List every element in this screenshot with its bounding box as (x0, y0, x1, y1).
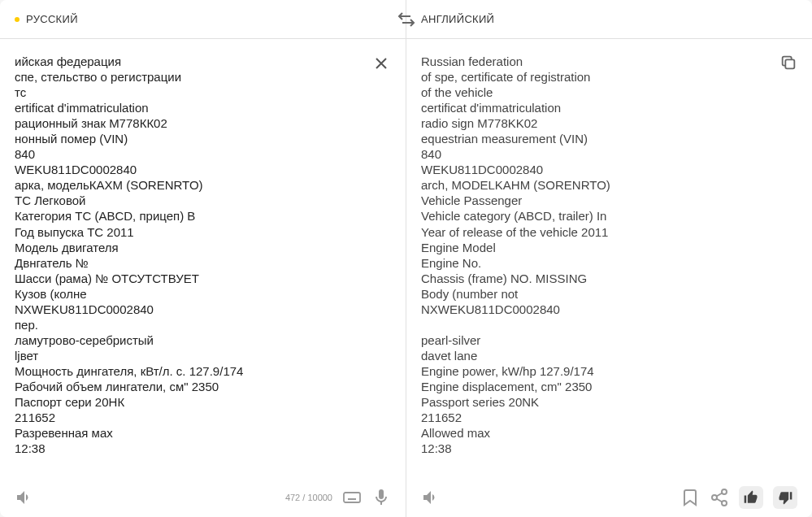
clear-input-button[interactable] (371, 54, 391, 73)
thumbs-down-button[interactable] (773, 486, 797, 509)
target-header: АНГЛИЙСКИЙ (406, 0, 812, 39)
thumbs-up-button[interactable] (739, 486, 763, 509)
target-lang-label[interactable]: АНГЛИЙСКИЙ (421, 13, 494, 25)
svg-point-4 (722, 501, 727, 506)
svg-point-2 (722, 489, 727, 494)
copy-translation-button[interactable] (779, 54, 797, 72)
keyboard-button[interactable] (342, 488, 362, 507)
source-header: РУССКИЙ (0, 0, 406, 39)
microphone-button[interactable] (371, 488, 391, 507)
svg-point-3 (712, 495, 717, 500)
svg-rect-0 (344, 493, 360, 502)
source-text[interactable]: ийская федерация спе, стельство о регист… (15, 54, 389, 456)
source-pane: РУССКИЙ ийская федерация спе, стельство … (0, 0, 406, 517)
speak-target-button[interactable] (421, 488, 441, 507)
speak-source-button[interactable] (15, 488, 34, 507)
bookmark-button[interactable] (680, 488, 700, 507)
swap-languages-button[interactable] (397, 10, 416, 29)
target-body: Russian federation of spe, certificate o… (406, 39, 812, 478)
target-text: Russian federation of spe, certificate o… (421, 54, 796, 456)
detected-lang-dot (15, 17, 20, 22)
source-body: ийская федерация спе, стельство о регист… (0, 39, 406, 478)
char-counter: 472 / 10000 (285, 493, 332, 502)
target-pane: АНГЛИЙСКИЙ Russian federation of spe, ce… (406, 0, 812, 517)
target-footer (406, 478, 812, 517)
svg-rect-1 (785, 59, 794, 68)
source-footer: 472 / 10000 (0, 478, 406, 517)
share-button[interactable] (710, 488, 729, 507)
translator-container: РУССКИЙ ийская федерация спе, стельство … (0, 0, 812, 517)
source-lang-label[interactable]: РУССКИЙ (26, 13, 78, 25)
